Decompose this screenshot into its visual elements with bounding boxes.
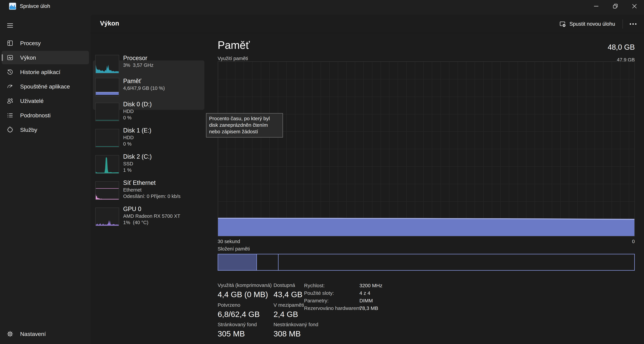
stat-in-use: Využitá (komprimovaná) 4,4 GB (0 MB) bbox=[218, 282, 273, 299]
close-button[interactable] bbox=[625, 0, 644, 12]
perf-item-disk1[interactable]: Disk 1 (E:) HDD 0 % bbox=[93, 125, 204, 151]
sidebar-item-sluzby[interactable]: Služby bbox=[2, 123, 89, 137]
sidebar-item-label: Spouštěné aplikace bbox=[20, 83, 70, 90]
sidebar-item-nastaveni[interactable]: Nastavení bbox=[2, 327, 89, 341]
perf-item-subtitle: SSD bbox=[123, 161, 152, 167]
network-mini-graph bbox=[95, 181, 119, 200]
page-toolbar: Výkon Spustit novou úlohu bbox=[90, 15, 644, 33]
perf-item-subtitle2: Odesílání: 0 Příjem: 0 kb/s bbox=[123, 193, 180, 199]
memory-composition-label: Složení paměti bbox=[218, 246, 250, 252]
nav-toggle-button[interactable] bbox=[2, 18, 18, 33]
performance-icon bbox=[6, 54, 14, 61]
perf-item-subtitle: 4,6/47,9 GB (10 %) bbox=[123, 85, 165, 91]
titlebar: Správce úloh bbox=[0, 0, 644, 12]
run-new-task-button[interactable]: Spustit novou úlohu bbox=[556, 18, 618, 30]
disk2-mini-graph bbox=[95, 155, 119, 174]
sidebar-item-label: Procesy bbox=[20, 40, 41, 47]
memory-usage-chart bbox=[218, 61, 635, 236]
disk1-mini-graph bbox=[95, 129, 119, 147]
perf-item-subtitle: HDD bbox=[123, 108, 152, 115]
hamburger-icon bbox=[6, 22, 14, 29]
restore-button[interactable] bbox=[606, 0, 625, 12]
sidebar-item-label: Historie aplikací bbox=[20, 69, 60, 75]
perf-item-title: Procesor bbox=[123, 54, 154, 62]
users-icon bbox=[6, 97, 14, 105]
perf-item-subtitle2: 1% (40 °C) bbox=[123, 219, 180, 226]
window-controls bbox=[586, 0, 644, 12]
minimize-icon bbox=[594, 4, 599, 9]
services-icon bbox=[6, 126, 14, 133]
details-icon bbox=[6, 112, 14, 119]
memory-hardware-details: Rychlost: 3200 MHz Použité sloty: 4 z 4 … bbox=[304, 283, 382, 313]
perf-item-title: Síť Ethernet bbox=[123, 179, 180, 187]
disk0-mini-graph bbox=[95, 103, 119, 121]
perf-item-subtitle2: 0 % bbox=[123, 115, 152, 121]
perf-item-subtitle2: 0 % bbox=[123, 141, 151, 147]
perf-item-network[interactable]: Síť Ethernet Ethernet Odesílání: 0 Příje… bbox=[93, 177, 204, 203]
detail-slots-used: Použité sloty: 4 z 4 bbox=[304, 290, 382, 298]
toolbar-actions: Spustit novou úlohu bbox=[556, 15, 639, 33]
detail-hardware-reserved: Rezervováno hardwarem: 78,3 MB bbox=[304, 305, 382, 313]
composition-segment-modified bbox=[257, 254, 278, 270]
content-area: Výkon Spustit novou úlohu bbox=[90, 15, 644, 344]
nav-settings: Nastavení bbox=[0, 326, 90, 342]
sidebar-item-procesy[interactable]: Procesy bbox=[2, 37, 89, 50]
sidebar-item-label: Uživatelé bbox=[20, 98, 44, 104]
perf-item-subtitle: HDD bbox=[123, 134, 151, 141]
detail-form-factor: Parametry: DIMM bbox=[304, 298, 382, 305]
memory-total-capacity: 48,0 GB bbox=[218, 43, 635, 51]
sidebar-item-vykon[interactable]: Výkon bbox=[2, 51, 89, 64]
chart-time-zero-label: 0 bbox=[218, 239, 635, 244]
restore-icon bbox=[613, 4, 618, 9]
perf-item-gpu[interactable]: GPU 0 AMD Radeon RX 5700 XT 1% (40 °C) bbox=[93, 203, 204, 230]
disk-busy-tooltip: Procento času, po který byl disk zaneprá… bbox=[206, 113, 283, 138]
detail-speed: Rychlost: 3200 MHz bbox=[304, 283, 382, 290]
selection-indicator bbox=[2, 54, 3, 61]
memory-composition-bar bbox=[218, 254, 635, 271]
more-options-button[interactable] bbox=[627, 19, 639, 29]
perf-item-cpu[interactable]: Procesor 3% 3,57 GHz bbox=[93, 53, 204, 75]
stat-paged-pool: Stránkovaný fond 305 MB bbox=[218, 322, 273, 338]
memory-mini-graph bbox=[95, 78, 119, 96]
sidebar-item-uzivatele[interactable]: Uživatelé bbox=[2, 94, 89, 108]
perf-item-subtitle: Ethernet bbox=[123, 187, 180, 193]
composition-segment-in-use bbox=[218, 254, 257, 270]
processes-icon bbox=[6, 40, 14, 47]
sidebar-item-label: Nastavení bbox=[20, 331, 46, 337]
sidebar-item-spoustene-aplikace[interactable]: Spouštěné aplikace bbox=[2, 80, 89, 93]
gpu-mini-graph bbox=[95, 207, 119, 226]
task-manager-app-icon bbox=[9, 3, 16, 10]
perf-item-title: GPU 0 bbox=[123, 205, 180, 213]
perf-item-subtitle2: 1 % bbox=[123, 167, 152, 173]
perf-item-title: Paměť bbox=[123, 77, 165, 85]
perf-item-memory[interactable]: Paměť 4,6/47,9 GB (10 %) bbox=[93, 75, 204, 99]
window-title: Správce úloh bbox=[20, 3, 50, 9]
sidebar-item-historie-aplikaci[interactable]: Historie aplikací bbox=[2, 65, 89, 79]
task-manager-window: { "colors": { "accent_periwinkle": "#6b7… bbox=[0, 0, 644, 344]
perf-item-title: Disk 1 (E:) bbox=[123, 127, 151, 134]
sidebar-item-label: Podrobnosti bbox=[20, 112, 50, 119]
perf-item-title: Disk 0 (D:) bbox=[123, 100, 152, 108]
ellipsis-icon bbox=[630, 23, 637, 25]
nav-list: Procesy Výkon Historie aplikací bbox=[0, 36, 90, 138]
gear-icon bbox=[6, 330, 14, 337]
navigation-sidebar: Procesy Výkon Historie aplikací bbox=[0, 12, 90, 344]
perf-item-disk2[interactable]: Disk 2 (C:) SSD 1 % bbox=[93, 151, 204, 177]
perf-item-subtitle: 3% 3,57 GHz bbox=[123, 62, 154, 68]
sidebar-item-podrobnosti[interactable]: Podrobnosti bbox=[2, 109, 89, 122]
minimize-button[interactable] bbox=[586, 0, 606, 12]
perf-item-title: Disk 2 (C:) bbox=[123, 153, 152, 161]
stat-non-paged-pool: Nestránkovaný fond 308 MB bbox=[274, 322, 329, 338]
stat-committed: Potvrzeno 6,8/62,4 GB bbox=[218, 302, 273, 319]
toolbar-separator bbox=[622, 20, 623, 29]
run-new-task-label: Spustit novou úlohu bbox=[570, 21, 615, 27]
perf-item-subtitle: AMD Radeon RX 5700 XT bbox=[123, 213, 180, 219]
sidebar-item-label: Služby bbox=[20, 127, 37, 133]
startup-apps-icon bbox=[6, 83, 14, 90]
perf-item-disk0[interactable]: Disk 0 (D:) HDD 0 % bbox=[93, 99, 204, 125]
app-history-icon bbox=[6, 68, 14, 76]
cpu-mini-graph bbox=[95, 55, 119, 73]
page-title: Výkon bbox=[100, 20, 119, 27]
new-task-icon bbox=[559, 21, 566, 28]
sidebar-item-label: Výkon bbox=[20, 54, 36, 61]
